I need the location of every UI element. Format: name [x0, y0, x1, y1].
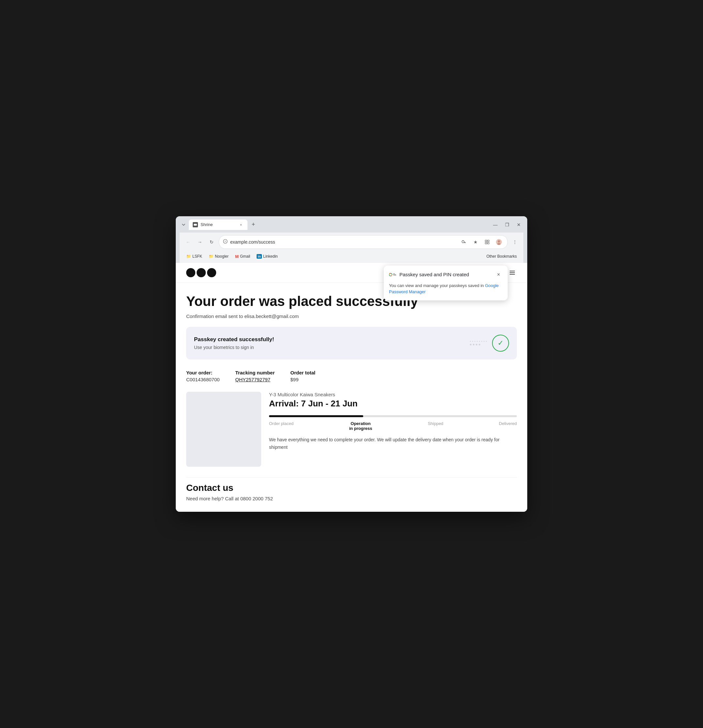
success-check-circle: ✓ [492, 335, 509, 352]
address-action-buttons: ★ [459, 237, 504, 247]
popup-title-row: Passkey saved and PIN created [389, 272, 469, 277]
bookmark-linkedin[interactable]: in Linkedin [254, 253, 280, 260]
address-bar[interactable]: example.com/success ★ [219, 235, 508, 249]
bookmark-folder-icon-2: 📁 [209, 254, 214, 259]
close-window-button[interactable]: ✕ [514, 220, 523, 229]
confirmation-email-text: Confirmation email sent to elisa.beckett… [186, 313, 517, 319]
bookmark-gmail[interactable]: M Gmail [232, 253, 253, 260]
progress-steps: Order placed Operationin progress Shippe… [269, 421, 517, 431]
popup-title: Passkey saved and PIN created [400, 272, 469, 277]
product-name: Y-3 Multicolor Kaiwa Sneakers [269, 392, 517, 397]
bookmark-noogler-label: Noogler [215, 254, 228, 259]
order-label: Your order: [186, 370, 220, 376]
svg-rect-9 [488, 242, 489, 244]
passkey-card-right: ✓ [470, 335, 509, 352]
passkey-decorative-dots [470, 341, 487, 345]
step-operation-in-progress: Operationin progress [349, 421, 372, 431]
browser-chrome: Shrine × + — ❐ ✕ ← → ↻ [176, 216, 527, 263]
bookmarks-bar: 📁 LSFK 📁 Noogler M Gmail in Linkedin Oth… [180, 251, 523, 263]
svg-point-12 [497, 243, 501, 245]
order-number-group: Your order: C00143680700 [186, 370, 220, 383]
new-tab-button[interactable]: + [249, 220, 258, 229]
other-bookmarks-link[interactable]: Other Bookmarks [484, 253, 520, 260]
bookmark-lsfk-label: LSFK [192, 254, 202, 259]
tracking-number-group: Tracking number QHY257792797 [235, 370, 275, 383]
bookmark-folder-icon: 📁 [186, 254, 191, 259]
svg-rect-7 [488, 240, 489, 242]
order-details-row: Your order: C00143680700 Tracking number… [186, 370, 517, 383]
linkedin-icon: in [257, 254, 262, 259]
product-description: We have everything we need to complete y… [269, 436, 517, 451]
order-number: C00143680700 [186, 377, 220, 382]
svg-rect-6 [485, 240, 487, 242]
contact-title: Contact us [186, 483, 517, 493]
site-logo [186, 268, 216, 277]
popup-close-button[interactable]: × [495, 271, 502, 279]
gmail-icon: M [235, 254, 239, 259]
extension-button[interactable] [482, 237, 492, 247]
svg-point-1 [195, 224, 197, 226]
tracking-number-link[interactable]: QHY257792797 [235, 377, 271, 382]
main-content: Your order was placed successfully Confi… [176, 283, 527, 512]
passkey-card-text: Passkey created successfully! Use your b… [194, 336, 274, 350]
popup-header: Passkey saved and PIN created × [389, 271, 502, 279]
page-content: Passkey saved and PIN created × You can … [176, 263, 527, 512]
title-bar: Shrine × + — ❐ ✕ [180, 220, 523, 230]
svg-point-11 [498, 240, 500, 242]
order-total-group: Order total $99 [290, 370, 315, 383]
svg-point-3 [462, 240, 464, 243]
passkey-card-title: Passkey created successfully! [194, 336, 274, 343]
product-image [186, 392, 261, 467]
minimize-button[interactable]: — [491, 220, 500, 229]
tab-title: Shrine [201, 222, 236, 227]
product-section: Y-3 Multicolor Kaiwa Sneakers Arrival: 7… [186, 392, 517, 467]
total-amount: $99 [290, 377, 298, 382]
bookmark-gmail-label: Gmail [240, 254, 250, 259]
menu-icon[interactable] [508, 268, 517, 277]
product-arrival: Arrival: 7 Jun - 21 Jun [269, 399, 517, 409]
bookmark-linkedin-label: Linkedin [263, 254, 278, 259]
passkey-saved-popup: Passkey saved and PIN created × You can … [384, 266, 508, 300]
tab-close-button[interactable]: × [238, 222, 244, 227]
refresh-button[interactable]: ↻ [207, 237, 216, 247]
step-delivered: Delivered [499, 421, 517, 431]
forward-button[interactable]: → [195, 237, 205, 247]
logo-dot-2 [196, 268, 206, 277]
product-info: Y-3 Multicolor Kaiwa Sneakers Arrival: 7… [269, 392, 517, 467]
progress-bar-fill [269, 415, 363, 417]
contact-section: Contact us Need more help? Call at 0800 … [186, 477, 517, 501]
popup-body: You can view and manage your passkeys sa… [389, 282, 502, 295]
step-order-placed: Order placed [269, 421, 293, 431]
active-tab[interactable]: Shrine × [189, 220, 247, 230]
tab-dropdown[interactable] [180, 221, 188, 229]
total-label: Order total [290, 370, 315, 376]
progress-bar-track [269, 415, 517, 417]
svg-point-17 [393, 274, 395, 275]
profile-avatar[interactable] [494, 237, 504, 247]
popup-body-text: You can view and manage your passkeys sa… [389, 283, 484, 288]
passkey-created-card: Passkey created successfully! Use your b… [186, 327, 517, 360]
passkey-icon-button[interactable] [459, 237, 468, 247]
logo-dot-3 [207, 268, 216, 277]
step-shipped: Shipped [428, 421, 443, 431]
maximize-button[interactable]: ❐ [502, 220, 512, 229]
url-text: example.com/success [230, 240, 456, 245]
passkey-card-subtitle: Use your biometrics to sign in [194, 345, 274, 350]
bookmark-button[interactable]: ★ [471, 237, 480, 247]
logo-dot-1 [186, 268, 195, 277]
tracking-label: Tracking number [235, 370, 275, 376]
popup-icon [389, 272, 397, 277]
browser-menu-button[interactable]: ⋮ [510, 237, 520, 247]
bookmark-lsfk[interactable]: 📁 LSFK [183, 253, 205, 260]
address-bar-row: ← → ↻ example.com/success [180, 233, 523, 251]
browser-window: Shrine × + — ❐ ✕ ← → ↻ [176, 216, 527, 512]
back-button[interactable]: ← [183, 237, 193, 247]
progress-bar-container: Order placed Operationin progress Shippe… [269, 415, 517, 431]
bookmark-noogler[interactable]: 📁 Noogler [206, 253, 231, 260]
security-icon [223, 239, 228, 245]
tab-favicon [193, 222, 198, 227]
contact-text: Need more help? Call at 0800 2000 752 [186, 496, 517, 501]
svg-rect-8 [485, 242, 487, 244]
